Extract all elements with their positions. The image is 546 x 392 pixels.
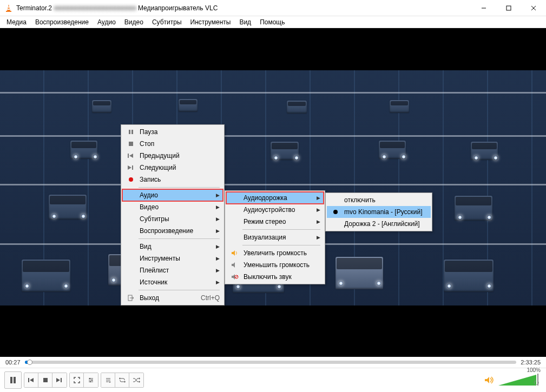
ctx-stereo-mode[interactable]: Режим стерео▶ [226, 216, 324, 228]
playlist-button[interactable] [101, 373, 115, 387]
close-button[interactable] [521, 0, 546, 16]
menu-view[interactable]: Вид [235, 17, 255, 28]
ctx-track-disable[interactable]: отключить [327, 194, 431, 206]
ctx-visualization[interactable]: Визуализация▶ [226, 231, 324, 243]
fullscreen-button[interactable] [70, 373, 84, 387]
play-pause-button[interactable] [4, 371, 22, 389]
shuffle-button[interactable] [129, 373, 143, 387]
minimize-button[interactable] [471, 0, 496, 16]
svg-line-21 [235, 276, 238, 278]
playback-group [24, 373, 67, 388]
menu-playback[interactable]: Воспроизведение [31, 17, 93, 28]
prev-button[interactable] [24, 373, 38, 387]
submenu-arrow-icon: ▶ [314, 195, 320, 201]
radio-selected-icon [330, 210, 341, 214]
window-title: Terminator.2 ■■■■■■■■■■■■■■■■■■■■■ Медиа… [16, 4, 471, 12]
ctx-label: Субтитры [136, 215, 213, 223]
ctx-audio[interactable]: Аудио▶ [122, 189, 223, 201]
ctx-pause[interactable]: Пауза [122, 126, 223, 138]
submenu-arrow-icon: ▶ [213, 256, 220, 261]
ctx-record[interactable]: Запись [122, 174, 223, 185]
ctx-subs[interactable]: Субтитры▶ [122, 213, 223, 225]
submenu-arrow-icon: ▶ [213, 268, 220, 273]
ctx-track-2[interactable]: Дорожка 2 - [Английский] [327, 218, 431, 230]
svg-marker-40 [124, 381, 126, 383]
ctx-tools[interactable]: Инструменты▶ [122, 253, 223, 264]
submenu-arrow-icon: ▶ [314, 235, 320, 240]
ctx-playlist[interactable]: Плейлист▶ [122, 264, 223, 276]
ctx-label: Видео [136, 203, 213, 211]
ctx-vol-down[interactable]: Уменьшить громкость [226, 259, 324, 271]
svg-rect-33 [91, 380, 93, 381]
ctx-label: Запись [136, 176, 220, 183]
seek-bar-row: 00:27 2:33:25 [0, 357, 546, 368]
svg-rect-22 [10, 377, 12, 383]
submenu-arrow-icon: ▶ [213, 228, 220, 234]
svg-marker-12 [129, 154, 133, 158]
ctx-video[interactable]: Видео▶ [122, 201, 223, 213]
menu-audio[interactable]: Аудио [93, 17, 120, 28]
ctx-label: Увеличить громкость [240, 249, 320, 257]
svg-rect-28 [61, 378, 62, 382]
svg-rect-8 [129, 130, 130, 134]
ctx-label: Аудиоустройство [240, 206, 314, 214]
svg-rect-23 [14, 377, 16, 383]
context-menu: Пауза Стоп Предыдущий Следующий Запись А… [121, 124, 225, 305]
svg-marker-19 [232, 274, 235, 280]
svg-marker-18 [232, 262, 235, 268]
ctx-exit[interactable]: ВыходCtrl+Q [122, 292, 223, 304]
video-area[interactable]: Пауза Стоп Предыдущий Следующий Запись А… [0, 28, 546, 357]
volume-icon[interactable] [484, 376, 494, 384]
ctx-view[interactable]: Вид▶ [122, 241, 223, 253]
loop-button[interactable] [115, 373, 129, 387]
ctx-label: Аудиодорожка [240, 194, 314, 202]
time-elapsed[interactable]: 00:27 [5, 359, 21, 366]
menu-media[interactable]: Медиа [2, 17, 31, 28]
separator [139, 238, 220, 239]
next-button[interactable] [52, 373, 67, 387]
maximize-button[interactable] [496, 0, 521, 16]
svg-marker-38 [109, 381, 111, 383]
ctx-source[interactable]: Источник▶ [122, 276, 223, 288]
ctx-prev[interactable]: Предыдущий [122, 150, 223, 162]
ctx-shortcut: Ctrl+Q [192, 294, 220, 302]
time-total[interactable]: 2:33:25 [521, 359, 541, 366]
stop-button[interactable] [38, 373, 52, 387]
ctx-next[interactable]: Следующий [122, 162, 223, 174]
extended-settings-button[interactable] [84, 373, 98, 387]
volume-up-icon [229, 250, 240, 256]
ctx-mute[interactable]: Выключить звук [226, 271, 324, 283]
menu-tools[interactable]: Инструменты [186, 17, 235, 28]
menu-help[interactable]: Помощь [255, 17, 289, 28]
exit-icon [126, 295, 136, 301]
submenu-arrow-icon: ▶ [213, 204, 220, 210]
svg-marker-27 [56, 378, 60, 382]
submenu-arrow-icon: ▶ [213, 216, 220, 222]
ctx-audio-device[interactable]: Аудиоустройство▶ [226, 204, 324, 216]
seek-knob[interactable] [27, 360, 32, 365]
ctx-vol-up[interactable]: Увеличить громкость [226, 247, 324, 259]
svg-rect-34 [90, 381, 91, 382]
submenu-arrow-icon: ▶ [213, 280, 220, 285]
ctx-track-1[interactable]: mvo Kinomania - [Русский] [327, 206, 431, 218]
next-track-icon [126, 165, 136, 170]
svg-rect-3 [6, 11, 11, 12]
ctx-label: Вид [136, 243, 213, 250]
volume-slider[interactable]: 100% ⭮ [498, 374, 542, 387]
menu-subtitles[interactable]: Субтитры [148, 17, 186, 28]
volume-down-icon [229, 262, 240, 268]
ctx-label: Стоп [136, 140, 220, 148]
svg-rect-26 [43, 378, 48, 382]
ctx-stop[interactable]: Стоп [122, 138, 223, 150]
svg-marker-39 [119, 377, 120, 380]
svg-marker-41 [139, 377, 140, 380]
menu-video[interactable]: Видео [120, 17, 148, 28]
ctx-label: Уменьшить громкость [240, 261, 320, 269]
ctx-playback[interactable]: Воспроизведение▶ [122, 225, 223, 237]
submenu-arrow-icon: ▶ [314, 219, 320, 224]
controls-row: 100% ⭮ [0, 368, 546, 392]
ctx-label: отключить [341, 196, 427, 204]
ctx-audio-track[interactable]: Аудиодорожка▶ [226, 192, 324, 204]
seek-slider[interactable] [25, 361, 517, 364]
svg-marker-13 [128, 165, 131, 170]
